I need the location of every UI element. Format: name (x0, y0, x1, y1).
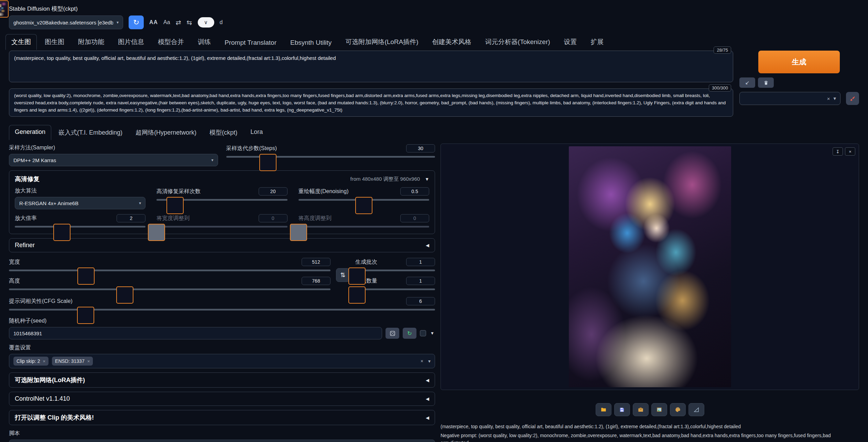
open-folder-button[interactable] (596, 403, 611, 416)
chevron-down-icon[interactable]: ▼ (430, 331, 434, 336)
download-image-button[interactable]: ↧ (833, 147, 843, 156)
tab-ti-embedding[interactable]: 嵌入式(T.I. Embedding) (53, 125, 128, 140)
resize-width-input[interactable]: 0 (259, 214, 287, 222)
width-input[interactable]: 512 (302, 258, 330, 266)
remove-chip-icon[interactable]: × (87, 359, 90, 364)
override-settings-dropdown[interactable]: Clip skip: 2 × ENSD: 31337 × × ▾ (9, 354, 435, 368)
upscale-by-slider[interactable] (15, 223, 145, 230)
slider-thumb[interactable] (116, 286, 133, 304)
tab-tokenizer[interactable]: 词元分析器(Tokenizer) (479, 34, 556, 50)
width-slider[interactable] (9, 267, 330, 273)
denoising-slider[interactable] (299, 197, 429, 203)
slider-thumb[interactable] (290, 224, 307, 241)
seed-input[interactable]: 1015468391 (9, 327, 382, 339)
edit-styles-button[interactable] (846, 92, 859, 105)
clear-all-icon[interactable]: × (421, 358, 423, 364)
slider-thumb[interactable] (148, 224, 165, 241)
slider-thumb[interactable] (348, 286, 366, 304)
upscaler-dropdown[interactable]: R-ESRGAN 4x+ Anime6B ▾ (15, 197, 145, 209)
batch-count-slider[interactable] (355, 267, 435, 273)
slider-thumb[interactable] (77, 267, 95, 285)
tab-txt2img[interactable]: 文生图 (6, 34, 37, 50)
override-chip[interactable]: ENSD: 31337 × (52, 357, 93, 366)
slider-thumb[interactable] (53, 224, 70, 241)
clip-aesthetic-section[interactable]: 打开以调整 Clip 的美术风格! ◀ (9, 410, 435, 425)
tab-ebsynth-utility[interactable]: Ebsynth Utility (284, 35, 337, 50)
tab-model-ckpt[interactable]: 模型(ckpt) (204, 125, 243, 140)
sampler-dropdown[interactable]: DPM++ 2M Karras ▾ (9, 154, 218, 166)
send-to-img2img-button[interactable] (651, 403, 667, 416)
token-aa-small-button[interactable]: Aa (163, 19, 170, 25)
refresh-model-button[interactable]: ↻ (129, 15, 144, 29)
clear-styles-icon[interactable]: × (827, 96, 830, 102)
tab-hypernetwork[interactable]: 超网络(Hypernetwork) (130, 125, 202, 140)
paste-params-button[interactable]: ↙ (739, 77, 755, 88)
upscale-by-input[interactable]: 2 (117, 214, 145, 222)
steps-input[interactable]: 30 (406, 144, 435, 152)
main-tab-bar: 文生图 图生图 附加功能 图片信息 模型合并 训练 Prompt Transla… (0, 34, 868, 50)
batch-size-slider[interactable] (355, 286, 435, 292)
tab-png-info[interactable]: 图片信息 (112, 34, 150, 50)
tab-generation[interactable]: Generation (9, 125, 51, 140)
close-gallery-button[interactable]: × (845, 147, 855, 156)
reuse-seed-button[interactable]: ↻ (403, 328, 416, 339)
styles-dropdown[interactable]: × ▾ (739, 92, 840, 105)
resize-width-slider[interactable] (156, 223, 287, 230)
app-root: Stable Diffusion 模型(ckpt) ghostmix_v20Ba… (0, 0, 868, 442)
extra-seed-checkbox[interactable] (420, 330, 426, 336)
tab-prompt-translator[interactable]: Prompt Translator (219, 35, 282, 50)
collapse-arrow-icon[interactable]: ▼ (425, 177, 429, 182)
tab-extensions[interactable]: 扩展 (585, 34, 610, 50)
tab-train[interactable]: 训练 (192, 34, 217, 50)
tab-settings[interactable]: 设置 (558, 34, 583, 50)
height-input[interactable]: 768 (302, 277, 330, 285)
slider-thumb[interactable] (259, 154, 276, 171)
clear-prompt-button[interactable] (758, 77, 774, 88)
swap-arrows-button[interactable]: ⇄ (176, 19, 181, 27)
batch-size-input[interactable]: 1 (406, 277, 435, 285)
prompt-input[interactable]: (masterpiece, top quality, best quality,… (9, 51, 733, 82)
tab-lora[interactable]: Lora (245, 125, 269, 140)
hires-steps-input[interactable]: 20 (259, 187, 287, 196)
slider-thumb[interactable] (355, 197, 372, 214)
token-aa-large-button[interactable]: AA (149, 19, 158, 25)
additional-networks-section[interactable]: 可选附加网络(LoRA插件) ◀ (9, 372, 435, 388)
remove-chip-icon[interactable]: × (43, 359, 45, 364)
resize-height-input[interactable]: 0 (400, 214, 429, 222)
slider-thumb[interactable] (77, 307, 94, 324)
generated-image[interactable] (569, 146, 731, 387)
hires-steps-slider[interactable] (156, 197, 287, 203)
generate-button[interactable]: 生成 (758, 51, 840, 73)
model-checkpoint-dropdown[interactable]: ghostmix_v20Bakedvae.safetensors [e3edb8… (9, 15, 123, 29)
override-chip[interactable]: Clip skip: 2 × (13, 357, 48, 366)
tab-checkpoint-merger[interactable]: 模型合并 (152, 34, 190, 50)
controlnet-section[interactable]: ControlNet v1.1.410 ◀ (9, 392, 435, 406)
steps-slider[interactable] (226, 154, 435, 160)
refiner-section[interactable]: Refiner ◀ (9, 238, 435, 252)
slider-thumb[interactable] (348, 267, 366, 285)
save-zip-button[interactable] (633, 403, 649, 416)
quick-tools-dropdown-button[interactable]: ∨ (198, 17, 214, 28)
slider-thumb[interactable] (166, 197, 184, 214)
tool-d-button[interactable]: d (220, 19, 223, 25)
tab-extras[interactable]: 附加功能 (72, 34, 110, 50)
tab-img2img[interactable]: 图生图 (39, 34, 70, 50)
cfg-scale-input[interactable]: 6 (406, 297, 435, 305)
batch-count-input[interactable]: 1 (406, 258, 435, 266)
save-image-button[interactable] (614, 403, 630, 416)
thumbnail-selected[interactable] (0, 0, 9, 18)
swap-arrows-alt-button[interactable]: ⇆ (187, 19, 192, 27)
random-seed-button[interactable] (386, 328, 399, 339)
cfg-scale-slider[interactable] (9, 306, 435, 313)
script-dropdown[interactable]: None ▾ (9, 440, 435, 442)
send-to-inpaint-button[interactable] (688, 403, 704, 416)
close-icon: × (849, 149, 851, 154)
negative-prompt-input[interactable]: (worst quality, low quality:2), monochro… (9, 88, 733, 117)
height-slider[interactable] (9, 286, 330, 292)
denoising-input[interactable]: 0.5 (400, 187, 429, 196)
tab-create-aesthetic[interactable]: 创建美术风格 (426, 34, 477, 50)
tab-additional-networks[interactable]: 可选附加网络(LoRA插件) (339, 34, 424, 50)
resize-height-slider[interactable] (299, 223, 429, 230)
send-to-extras-button[interactable] (670, 403, 686, 416)
swap-dimensions-button[interactable]: ⇅ (336, 268, 350, 282)
